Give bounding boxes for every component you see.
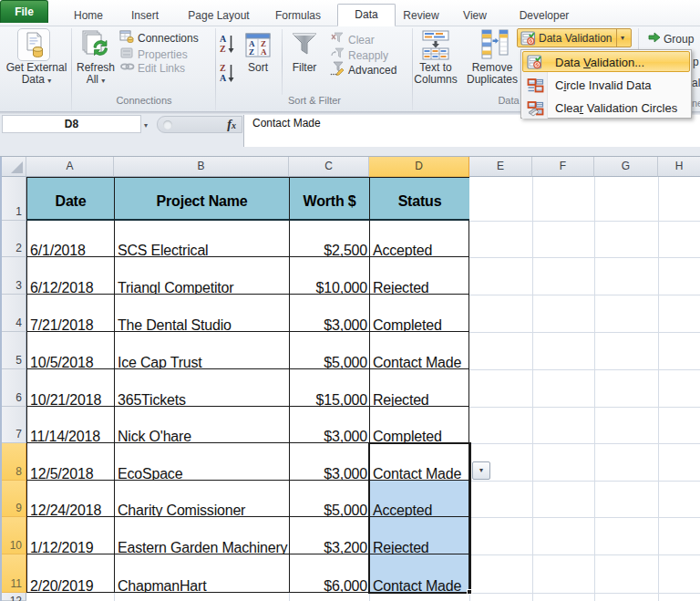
svg-text:Z: Z bbox=[220, 44, 226, 54]
svg-text:Z: Z bbox=[220, 63, 226, 73]
svg-text:Z: Z bbox=[249, 47, 254, 57]
svg-text:A: A bbox=[220, 34, 227, 44]
svg-text:A: A bbox=[220, 73, 227, 83]
svg-text:A: A bbox=[261, 47, 267, 57]
